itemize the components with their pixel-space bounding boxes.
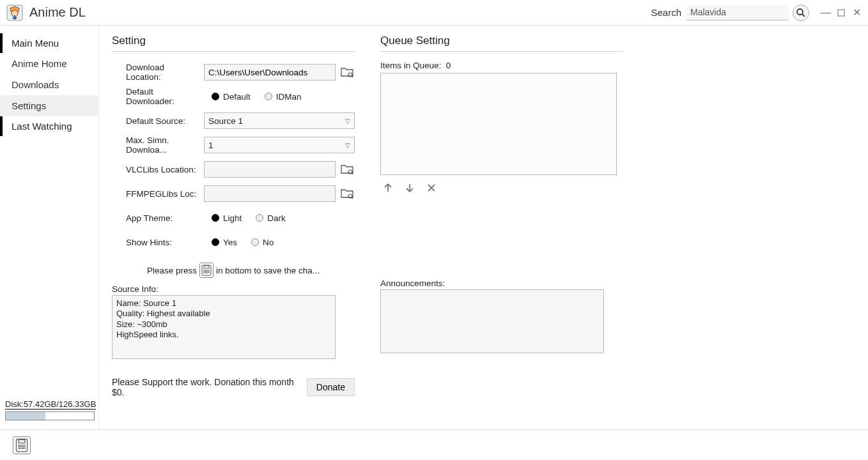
announcements-label: Announcements: [380, 279, 623, 288]
queue-move-up[interactable] [380, 180, 396, 195]
search-input[interactable] [686, 5, 789, 20]
max-simul-label: Max. Simn. Downloa... [126, 135, 204, 155]
bottombar [0, 429, 868, 460]
vlclibs-label: VLCLibs Location: [126, 165, 204, 174]
sidebar-item-downloads[interactable]: Downloads [0, 74, 98, 95]
minimize-button[interactable]: — [821, 8, 831, 18]
settings-title: Setting [112, 34, 355, 47]
app-theme-label: App Theme: [126, 213, 204, 223]
save-icon [199, 263, 213, 278]
settings-panel: Setting Download Location: Default Do [112, 34, 355, 429]
ffmpeglibs-browse[interactable] [339, 187, 355, 201]
hints-radio-yes[interactable]: Yes [212, 238, 237, 247]
sidebar: Main Menu Anime Home Downloads Settings … [0, 26, 99, 429]
queue-remove[interactable] [424, 180, 439, 195]
queue-title: Queue Setting [380, 34, 623, 47]
source-info-label: Source Info: [112, 284, 355, 294]
queue-list[interactable] [380, 73, 617, 175]
save-hint: Please press in bottom to save the cha..… [112, 263, 355, 278]
show-hints-label: Show Hints: [126, 238, 204, 247]
app-title: Anime DL [29, 5, 86, 20]
search-button[interactable] [793, 4, 809, 21]
download-location-input[interactable] [204, 64, 336, 80]
sidebar-heading-main: Main Menu [0, 33, 98, 53]
sidebar-item-settings[interactable]: Settings [0, 95, 98, 116]
default-source-label: Default Source: [126, 116, 204, 126]
disk-bar [5, 411, 95, 420]
svg-rect-4 [838, 10, 844, 16]
announcements-box [380, 289, 604, 353]
download-location-label: Download Location: [126, 63, 204, 82]
maximize-button[interactable] [836, 8, 846, 18]
svg-point-2 [797, 9, 803, 15]
donate-button[interactable]: Donate [307, 378, 355, 396]
max-simul-select[interactable]: 1▽ [204, 137, 355, 153]
disk-label: Disk:57.42GB/126.33GB [5, 399, 96, 410]
ffmpeglibs-label: FFMPEGLibs Loc: [126, 189, 204, 199]
downloader-radio-default[interactable]: Default [212, 92, 251, 102]
sidebar-heading-last: Last Watching [0, 116, 98, 136]
svg-rect-12 [204, 266, 209, 268]
chevron-down-icon: ▽ [345, 118, 350, 125]
save-button[interactable] [13, 436, 31, 454]
disk-usage: Disk:57.42GB/126.33GB [0, 399, 98, 429]
queue-count: 0 [446, 61, 451, 70]
titlebar: Anime DL Search — ✕ [0, 0, 868, 26]
sidebar-item-anime-home[interactable]: Anime Home [0, 53, 98, 74]
theme-radio-light[interactable]: Light [212, 213, 242, 223]
download-location-browse[interactable] [339, 65, 355, 79]
queue-move-down[interactable] [402, 180, 417, 195]
donate-text: Please Support the work. Donation this m… [112, 377, 299, 397]
theme-radio-dark[interactable]: Dark [256, 213, 286, 223]
vlclibs-browse[interactable] [339, 162, 355, 176]
search-label: Search [651, 7, 681, 18]
ffmpeglibs-input[interactable] [204, 185, 336, 202]
queue-panel: Queue Setting Items in Queue: 0 Announce… [380, 34, 623, 429]
close-button[interactable]: ✕ [851, 8, 862, 18]
default-source-select[interactable]: Source 1▽ [204, 112, 355, 129]
app-icon [6, 4, 23, 21]
default-downloader-label: Default Downloader: [126, 87, 204, 106]
downloader-radio-idman[interactable]: IDMan [265, 92, 302, 102]
vlclibs-input[interactable] [204, 161, 336, 178]
hints-radio-no[interactable]: No [251, 238, 274, 247]
source-info-box: Name: Source 1 Quality: Highest availabl… [112, 295, 336, 359]
svg-line-3 [802, 14, 805, 17]
svg-rect-17 [19, 440, 25, 443]
queue-count-row: Items in Queue: 0 [380, 61, 623, 70]
chevron-down-icon: ▽ [345, 142, 350, 149]
